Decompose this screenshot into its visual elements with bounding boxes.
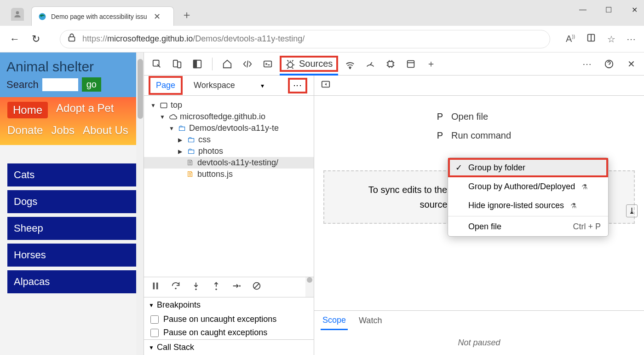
nav-donate[interactable]: Donate bbox=[7, 124, 43, 137]
tree-folder[interactable]: ▼🗀Demos/devtools-a11y-te bbox=[144, 122, 314, 134]
page-title: Animal shelter bbox=[6, 59, 137, 75]
svg-rect-15 bbox=[161, 103, 167, 108]
welcome-tab-icon[interactable] bbox=[219, 56, 236, 72]
scope-tab[interactable]: Scope bbox=[321, 312, 348, 330]
svg-point-19 bbox=[195, 289, 197, 291]
chevron-down-icon[interactable]: ▾ bbox=[261, 82, 264, 89]
network-tab-icon[interactable] bbox=[342, 56, 358, 72]
category-item[interactable]: Alpacas bbox=[7, 270, 136, 293]
memory-tab-icon[interactable] bbox=[382, 56, 399, 72]
profile-avatar[interactable] bbox=[11, 8, 24, 21]
dock-icon[interactable] bbox=[189, 56, 206, 72]
tree-photos[interactable]: ▶🗀photos bbox=[144, 145, 314, 157]
pause-uncaught-checkbox[interactable]: Pause on uncaught exceptions bbox=[144, 313, 314, 326]
callstack-header[interactable]: ▼Call Stack bbox=[144, 339, 314, 355]
svg-rect-6 bbox=[178, 62, 181, 68]
browser-tab[interactable]: Demo page with accessibility issu ✕ bbox=[31, 6, 174, 26]
not-paused-label: Not paused bbox=[314, 331, 644, 355]
show-drawer-icon[interactable]: ⤓ bbox=[626, 204, 638, 217]
step-into-icon[interactable] bbox=[191, 281, 201, 293]
pause-caught-checkbox[interactable]: Pause on caught exceptions bbox=[144, 326, 314, 339]
debugger-toolbar bbox=[144, 277, 314, 297]
search-input[interactable] bbox=[42, 78, 78, 91]
debugger-scrollbar[interactable] bbox=[305, 277, 314, 297]
go-button[interactable]: go bbox=[82, 77, 101, 92]
svg-rect-16 bbox=[153, 283, 155, 290]
watch-tab[interactable]: Watch bbox=[357, 312, 384, 329]
lock-icon bbox=[67, 33, 77, 45]
separator bbox=[448, 216, 608, 216]
tree-top[interactable]: ▼top bbox=[144, 99, 314, 111]
console-tab-icon[interactable] bbox=[259, 56, 276, 72]
pause-icon[interactable] bbox=[150, 281, 161, 293]
nav-jobs[interactable]: Jobs bbox=[51, 124, 75, 137]
favorite-icon[interactable]: ☆ bbox=[607, 34, 615, 45]
sources-label: Sources bbox=[299, 58, 333, 69]
nav-adopt[interactable]: Adopt a Pet bbox=[56, 102, 114, 118]
open-file-shortcut: PP bbox=[323, 111, 443, 122]
devtools-close-icon[interactable]: ✕ bbox=[623, 56, 639, 72]
step-over-icon[interactable] bbox=[171, 281, 181, 293]
category-item[interactable]: Horses bbox=[7, 244, 136, 267]
tree-css[interactable]: ▶🗀css bbox=[144, 134, 314, 145]
nav-about[interactable]: About Us bbox=[83, 124, 128, 137]
collapse-navigator-icon[interactable] bbox=[321, 79, 331, 92]
edge-favicon-icon bbox=[38, 12, 46, 21]
site-nav: Home Adopt a Pet Donate Jobs About Us bbox=[0, 97, 144, 145]
inspect-icon[interactable] bbox=[149, 56, 165, 72]
bug-icon bbox=[285, 59, 295, 69]
search-label: Search bbox=[6, 79, 39, 91]
elements-tab-icon[interactable] bbox=[239, 56, 256, 72]
step-icon[interactable] bbox=[231, 281, 242, 293]
tree-host[interactable]: ▼microsoftedge.github.io bbox=[144, 111, 314, 122]
svg-rect-13 bbox=[408, 60, 414, 67]
ctx-shortcut: Ctrl + P bbox=[573, 222, 601, 232]
step-out-icon[interactable] bbox=[211, 281, 221, 293]
url-bar[interactable]: https://microsoftedge.github.io/Demos/de… bbox=[60, 30, 550, 48]
performance-tab-icon[interactable] bbox=[362, 56, 379, 72]
svg-rect-12 bbox=[388, 61, 393, 66]
window-minimize-button[interactable]: ― bbox=[578, 5, 588, 15]
back-button[interactable]: ← bbox=[8, 33, 21, 45]
run-cmd-shortcut: P bbox=[323, 130, 443, 141]
svg-point-18 bbox=[175, 288, 177, 290]
url-path: /Demos/devtools-a11y-testing/ bbox=[193, 34, 305, 43]
url-scheme: https:// bbox=[82, 34, 107, 43]
ctx-hide-ignore[interactable]: Hide ignore-listed sources ⚗ bbox=[448, 196, 608, 215]
run-cmd-hint: Run command bbox=[451, 130, 635, 141]
devtools-more-icon[interactable]: ⋯ bbox=[579, 56, 595, 72]
window-close-button[interactable]: ✕ bbox=[629, 5, 639, 15]
page-tab[interactable]: Page bbox=[149, 76, 183, 95]
scope-tabbar: Scope Watch bbox=[314, 310, 644, 331]
category-item[interactable]: Cats bbox=[7, 163, 136, 186]
tab-close-icon[interactable]: ✕ bbox=[152, 12, 162, 22]
sources-tab[interactable]: Sources bbox=[280, 56, 338, 72]
category-item[interactable]: Dogs bbox=[7, 190, 136, 213]
separator bbox=[212, 58, 213, 70]
reader-icon[interactable] bbox=[586, 33, 596, 45]
workspace-tab[interactable]: Workspace bbox=[188, 78, 241, 93]
read-aloud-icon[interactable]: A)) bbox=[566, 34, 575, 44]
new-tab-button[interactable]: ＋ bbox=[181, 7, 192, 26]
more-tabs-icon[interactable]: ＋ bbox=[423, 56, 439, 72]
application-tab-icon[interactable] bbox=[402, 56, 419, 72]
category-item[interactable]: Sheep bbox=[7, 217, 136, 240]
ctx-group-by-folder[interactable]: ✓ Group by folder bbox=[448, 158, 608, 177]
device-icon[interactable] bbox=[169, 56, 185, 72]
refresh-button[interactable]: ↻ bbox=[29, 33, 42, 45]
ctx-group-authored[interactable]: Group by Authored/Deployed ⚗ bbox=[448, 177, 608, 196]
devtools-tabbar: Sources ＋ ⋯ ✕ bbox=[144, 52, 644, 76]
menu-icon[interactable]: ⋯ bbox=[627, 34, 636, 45]
ctx-open-file[interactable]: Open file Ctrl + P bbox=[448, 217, 608, 236]
tree-html-file[interactable]: 🗎devtools-a11y-testing/ bbox=[144, 157, 314, 169]
devtools-panel: Sources ＋ ⋯ ✕ Page Workspace ▾ bbox=[144, 52, 644, 355]
breakpoints-header[interactable]: ▼Breakpoints bbox=[144, 297, 314, 313]
navigator-more-icon[interactable]: ⋮ bbox=[288, 78, 307, 93]
browser-toolbar: ← ↻ https://microsoftedge.github.io/Demo… bbox=[0, 26, 644, 52]
nav-home[interactable]: Home bbox=[7, 102, 48, 118]
tree-js-file[interactable]: 🗎buttons.js bbox=[144, 169, 314, 180]
window-maximize-button[interactable]: ☐ bbox=[604, 5, 614, 15]
svg-rect-9 bbox=[264, 61, 272, 67]
devtools-help-icon[interactable] bbox=[601, 56, 617, 72]
deactivate-bp-icon[interactable] bbox=[252, 281, 262, 293]
